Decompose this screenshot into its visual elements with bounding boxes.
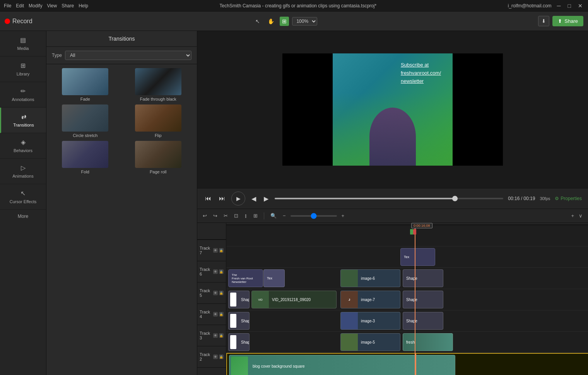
track-4-lock[interactable]: 🔒 [219,312,224,317]
clip-track3-shape[interactable]: Shape [228,312,250,330]
zoom-plus-button[interactable]: + [340,212,346,219]
transition-flip[interactable]: Flip [123,104,193,138]
preview-area: Subscribe atfreshvanroot.com/newsletter … [197,31,588,209]
transitions-panel: Transitions Type All Fade Fade Fade thro… [46,31,197,375]
track-6-visibility[interactable]: 👁 [213,269,218,274]
menu-view[interactable]: View [47,3,57,9]
titlebar-right: i_rolfm@hotmail.com ─ □ ✕ [508,3,584,9]
fresh-label: fresh [403,339,418,346]
maximize-button[interactable]: □ [566,3,573,9]
split-button[interactable]: ⫿ [243,212,249,219]
window-title: TechSmith Camasia - creating gifs or ani… [220,3,377,9]
copy-button[interactable]: ⊡ [232,212,240,219]
clip-track4-video[interactable]: VID VID_20191218_09020 [251,291,337,308]
track-3-lock[interactable]: 🔒 [219,333,224,338]
image3-label: image-3 [358,317,378,325]
transition-fold[interactable]: Fold [50,141,120,174]
transition-fade[interactable]: Fade [50,68,120,101]
filter-select[interactable]: All Fade [65,51,191,60]
track-2-lock[interactable]: 🔒 [219,354,224,359]
play-button[interactable]: ▶ [231,192,245,205]
clip-track5-image6[interactable]: image-6 [340,269,400,287]
clip-newsletter-label: TheFresh van RootNewsletter [229,272,256,285]
sidebar-item-library[interactable]: ⊞ Library [0,57,46,82]
clip-track4-image7[interactable]: J image-7 [340,291,400,308]
track-2-visibility[interactable]: 👁 [213,354,218,359]
fade-black-label: Fade through black [140,97,176,101]
clip-track4-shape[interactable]: Shape [228,291,250,308]
next-marker-button[interactable]: ▶ [262,193,270,204]
sidebar-item-cursor[interactable]: ↖ Cursor Effects [0,184,46,210]
transition-circle[interactable]: Circle stretch [50,104,120,138]
filter-label: Type [52,53,62,58]
skip-back-button[interactable]: ⏮ [203,193,213,204]
clip-track6-text[interactable]: Tex [400,248,435,266]
zoom-minus-button[interactable]: − [281,212,287,219]
sidebar-item-annotations[interactable]: ✏ Annotations [0,82,46,108]
clip-track3-image3[interactable]: image-3 [340,312,400,330]
clip-track2-image5[interactable]: image-5 [340,333,400,351]
menu-help[interactable]: Help [79,3,88,9]
clip-track2-shape[interactable]: Shape [228,333,250,351]
clip-track4-shape2[interactable]: Shape [403,291,443,308]
transition-fade-black[interactable]: Fade through black [123,68,193,101]
clip-track5-shape[interactable]: Shape [403,269,443,287]
cut-button[interactable]: ✂ [222,212,229,219]
redo-button[interactable]: ↪ [212,212,219,219]
track-6-lock[interactable]: 🔒 [219,269,224,274]
sidebar-item-media[interactable]: ▤ Media [0,31,46,57]
sidebar-more[interactable]: More [0,210,46,223]
zoom-slider[interactable] [291,215,337,217]
track-5-visibility[interactable]: 👁 [213,291,218,295]
track-5-lock[interactable]: 🔒 [219,291,224,295]
titlebar: File Edit Modify View Share Help TechSmi… [0,0,588,12]
minimize-button[interactable]: ─ [556,3,562,9]
track-row-3: Shape image-3 Shape [226,310,588,332]
clip-track5-tex[interactable]: Tex [263,269,285,287]
shape3-white-box [230,314,236,328]
paste-button[interactable]: ⊞ [252,212,259,219]
zoom-out-button[interactable]: 🔍 [269,212,278,219]
flip-thumb [135,104,181,132]
track-6-name: Track 6 [200,267,213,276]
frame-back-button[interactable]: ⏭ [217,193,227,204]
track-label-7: Track 7 👁 🔒 [197,240,226,261]
undo-button[interactable]: ↩ [201,212,209,219]
properties-button[interactable]: ⚙ Properties [555,196,582,201]
clip-track2-fresh[interactable]: fresh [403,333,453,351]
fold-label: Fold [81,170,89,174]
download-button[interactable]: ⬇ [538,16,549,26]
image6-label: image-6 [358,275,378,282]
menu-file[interactable]: File [4,3,11,9]
share-button[interactable]: ⬆ Share [552,16,583,26]
track-7-visibility[interactable]: 👁 [213,248,218,253]
video-main: Subscribe atfreshvanroot.com/newsletter [333,53,453,166]
sidebar-item-animations[interactable]: ▷ Animations [0,159,46,184]
prev-marker-button[interactable]: ◀ [250,193,258,204]
user-account[interactable]: i_rolfm@hotmail.com [508,3,552,9]
timeline-collapse-button[interactable]: ∨ [577,212,584,219]
track-7-lock[interactable]: 🔒 [219,248,224,253]
transition-pageroll[interactable]: Page roll [123,141,193,174]
menu-edit[interactable]: Edit [16,3,24,9]
close-button[interactable]: ✕ [576,3,584,9]
clip-track3-shape2[interactable]: Shape [403,312,443,330]
menu-modify[interactable]: Modify [29,3,42,9]
clip-track1-bg[interactable]: blog cover background square [229,355,455,375]
record-button[interactable]: Record [5,18,32,25]
track-3-visibility[interactable]: 👁 [213,333,218,338]
crop-tool[interactable]: ⊞ [280,17,289,26]
sidebar-item-transitions[interactable]: ⇄ Transitions [0,108,46,133]
sidebar-item-behaviors[interactable]: ◈ Behaviors [0,133,46,159]
clip-track5-newsletter[interactable]: TheFresh van RootNewsletter [228,269,263,287]
progress-bar[interactable] [275,198,503,199]
sidebar-transitions-label: Transitions [13,123,34,127]
track-3-name: Track 3 [200,331,213,340]
timeline-add-track-button[interactable]: + [569,212,576,219]
timeline: ↩ ↪ ✂ ⊡ ⫿ ⊞ 🔍 − + + ∨ [197,209,588,375]
hand-tool[interactable]: ✋ [265,17,277,26]
track-4-visibility[interactable]: 👁 [213,312,218,317]
zoom-select[interactable]: 100% 75% 50% 150% [292,17,317,26]
menu-share[interactable]: Share [62,3,74,9]
cursor-tool[interactable]: ↖ [253,17,262,26]
